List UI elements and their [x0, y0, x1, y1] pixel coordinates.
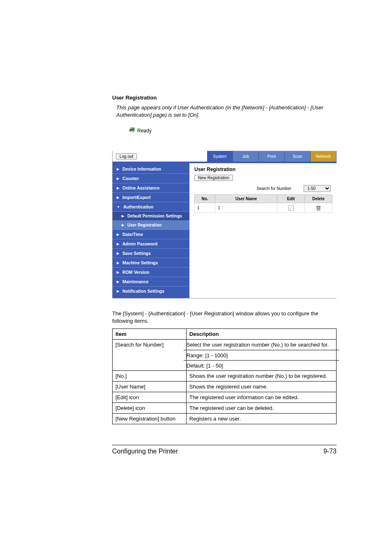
table-row: [Delete] icon The registered user can be…	[113, 403, 337, 414]
col-delete: Delete	[305, 195, 332, 203]
sidebar-item-authentication[interactable]: Authentication	[113, 202, 189, 211]
cell-desc: The registered user information can be e…	[186, 392, 336, 403]
sidebar-sub-default-permission[interactable]: Default Permission Settings	[113, 211, 189, 220]
cell-item: [User Name]	[113, 382, 187, 392]
tab-print[interactable]: Print	[259, 151, 285, 162]
cell-desc: Select the user registration number (No.…	[186, 340, 336, 371]
tab-system[interactable]: System	[207, 151, 233, 162]
cell-user: 1	[215, 203, 277, 213]
sidebar-item-device-information[interactable]: Device Information	[113, 164, 189, 173]
sidebar: Device Information Counter Online Assist…	[113, 163, 189, 298]
table-row: [Edit] icon The registered user informat…	[113, 392, 337, 403]
section-heading: User Registration	[112, 95, 337, 101]
tab-job[interactable]: Job	[233, 151, 259, 162]
cell-desc: Shows the registered user name.	[186, 382, 336, 392]
sidebar-item-machine-settings[interactable]: Machine Settings	[113, 258, 189, 267]
sidebar-sub-user-registration[interactable]: User Registration	[113, 220, 189, 229]
printer-status: Ready	[112, 127, 337, 134]
cell-item: [Search for Number]	[113, 340, 187, 371]
svg-rect-3	[130, 131, 134, 132]
cell-desc: Registers a new user.	[186, 414, 336, 424]
cell-desc: The registered user can be deleted.	[186, 403, 336, 414]
header-item: Item	[113, 329, 187, 340]
sidebar-item-import-export[interactable]: Import/Export	[113, 192, 189, 202]
cell-desc: Shows the user registration number (No.)…	[186, 371, 336, 382]
header-description: Description	[186, 329, 336, 340]
sidebar-item-counter[interactable]: Counter	[113, 173, 189, 183]
sidebar-item-admin-password[interactable]: Admin Password	[113, 239, 189, 248]
footer-right: 9-73	[323, 448, 337, 455]
table-row: [New Registration] button Registers a ne…	[113, 414, 337, 424]
note-block: This page appears only if User Authentic…	[112, 104, 337, 118]
trash-icon[interactable]	[307, 205, 330, 211]
new-registration-button[interactable]: New Registration	[194, 175, 233, 181]
printer-icon	[129, 127, 135, 134]
svg-point-4	[132, 127, 135, 130]
svg-rect-7	[317, 206, 321, 207]
sidebar-item-rom-version[interactable]: ROM Version	[113, 267, 189, 277]
edit-icon[interactable]	[280, 205, 302, 211]
note-text: This page appears only if User Authentic…	[116, 104, 337, 118]
search-for-number-select[interactable]: 1-50	[304, 185, 331, 192]
sidebar-item-notification-settings[interactable]: Notification Settings	[113, 286, 189, 296]
status-text: Ready	[137, 128, 152, 134]
col-edit: Edit	[277, 195, 305, 203]
search-for-number-label: Search for Number	[257, 186, 291, 191]
embedded-screenshot: Log out System Job Print Scan Network De…	[112, 151, 337, 298]
logout-button[interactable]: Log out	[116, 153, 137, 160]
cell-item: [New Registration] button	[113, 414, 187, 424]
tab-scan[interactable]: Scan	[285, 151, 311, 162]
cell-no: 1	[195, 203, 215, 213]
cell-item: [Edit] icon	[113, 392, 187, 403]
tab-network[interactable]: Network	[311, 151, 337, 162]
table-row: [Search for Number] Select the user regi…	[113, 340, 337, 371]
description-table: Item Description [Search for Number] Sel…	[112, 328, 337, 424]
tab-bar: System Job Print Scan Network	[207, 151, 337, 162]
sidebar-item-save-settings[interactable]: Save Settings	[113, 248, 189, 258]
user-table: No. User Name Edit Delete 1 1	[194, 194, 332, 213]
col-no: No.	[195, 195, 215, 203]
table-row: 1 1	[195, 203, 332, 213]
sidebar-item-date-time[interactable]: Date/Time	[113, 229, 189, 239]
sidebar-item-online-assistance[interactable]: Online Assistance	[113, 183, 189, 192]
table-row: [User Name] Shows the registered user na…	[113, 382, 337, 392]
content-title: User Registration	[194, 166, 332, 172]
table-row: [No.] Shows the user registration number…	[113, 371, 337, 382]
intro-paragraph: The [System] - [Authentication] - [User …	[112, 310, 337, 324]
content-pane: User Registration New Registration Searc…	[189, 163, 337, 298]
cell-item: [Delete] icon	[113, 403, 187, 414]
sidebar-item-maintenance[interactable]: Maintenance	[113, 277, 189, 286]
footer-left: Configuring the Printer	[112, 448, 178, 455]
cell-item: [No.]	[113, 371, 187, 382]
col-user-name: User Name	[215, 195, 277, 203]
page-footer: Configuring the Printer 9-73	[112, 445, 337, 455]
